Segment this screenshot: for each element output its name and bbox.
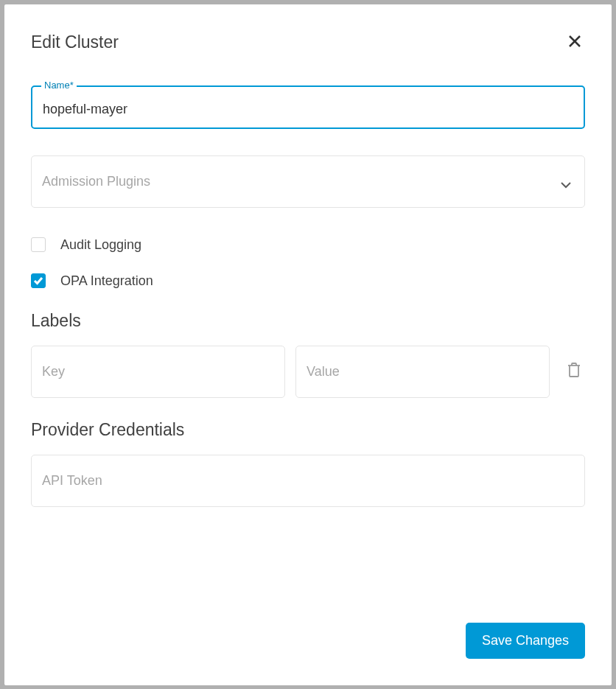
name-field-label: Name* <box>41 80 77 91</box>
save-changes-button[interactable]: Save Changes <box>466 623 585 659</box>
audit-logging-checkbox[interactable] <box>31 237 46 252</box>
close-icon <box>567 34 582 52</box>
label-key-input[interactable] <box>42 364 274 380</box>
labels-row <box>31 346 585 398</box>
opa-integration-checkbox[interactable] <box>31 273 46 288</box>
opa-integration-row: OPA Integration <box>31 273 585 289</box>
audit-logging-label: Audit Logging <box>60 237 141 253</box>
admission-plugins-dropdown[interactable]: Admission Plugins <box>31 155 585 208</box>
label-value-field[interactable] <box>295 346 550 398</box>
label-key-field[interactable] <box>31 346 285 398</box>
audit-logging-row: Audit Logging <box>31 237 585 253</box>
name-field[interactable]: Name* <box>31 85 585 129</box>
opa-integration-label: OPA Integration <box>60 273 153 289</box>
modal-title: Edit Cluster <box>31 32 119 52</box>
chevron-down-icon <box>561 178 571 185</box>
labels-section-title: Labels <box>31 311 585 331</box>
api-token-field[interactable] <box>31 455 585 507</box>
delete-label-button[interactable] <box>563 358 585 385</box>
provider-credentials-title: Provider Credentials <box>31 420 585 440</box>
modal-header: Edit Cluster <box>31 31 585 55</box>
edit-cluster-modal: Edit Cluster Name* Admission Plugins Aud… <box>4 4 612 685</box>
trash-icon <box>567 363 581 380</box>
api-token-input[interactable] <box>42 473 574 489</box>
name-input[interactable] <box>43 102 573 117</box>
admission-plugins-placeholder: Admission Plugins <box>42 174 150 189</box>
close-button[interactable] <box>564 31 585 55</box>
label-value-input[interactable] <box>307 364 539 380</box>
